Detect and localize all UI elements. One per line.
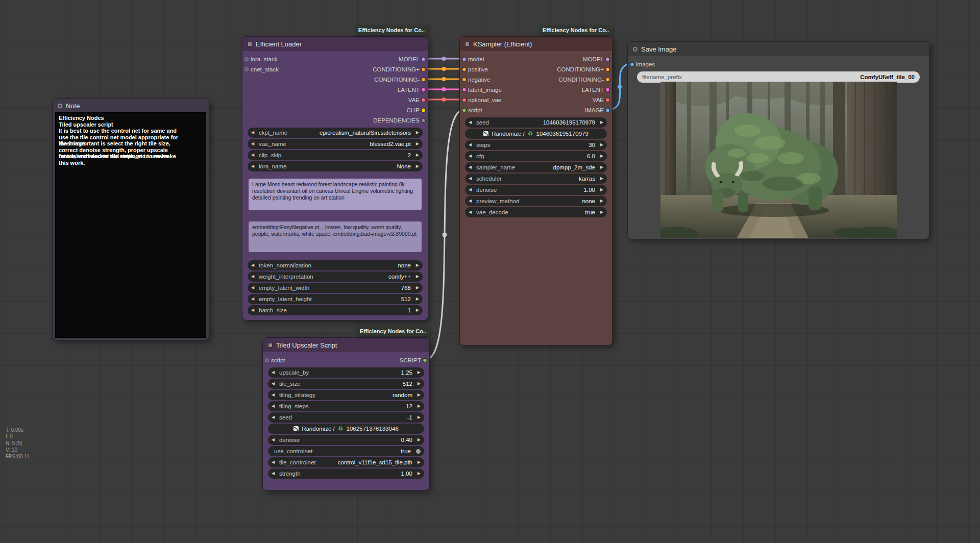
arrow-left-icon[interactable] (251, 161, 256, 171)
arrow-left-icon[interactable] (251, 260, 256, 270)
widget-upscale-by[interactable]: upscale_by 1.25 (268, 367, 424, 378)
output-dot-clip[interactable] (421, 108, 426, 113)
arrow-right-icon[interactable] (598, 185, 603, 195)
widget-lora-name[interactable]: lora_name None (248, 161, 423, 171)
arrow-right-icon[interactable] (598, 151, 603, 161)
widget-cfg[interactable]: cfg 6.0 (465, 151, 607, 161)
arrow-left-icon[interactable] (469, 185, 474, 195)
arrow-left-icon[interactable] (251, 128, 256, 138)
arrow-left-icon[interactable] (469, 162, 474, 172)
note-title-bar[interactable]: Note (53, 99, 209, 112)
comfyui-canvas[interactable]: Efficiency Nodes for Co.. Efficiency Nod… (0, 0, 980, 543)
output-dot-dependencies[interactable] (421, 118, 426, 123)
widget-tiling-strategy[interactable]: tiling_strategy random (268, 390, 424, 400)
output-dot-conditioning-minus[interactable] (421, 78, 426, 82)
node-title-bar[interactable]: Tiled Upscaler Script (263, 338, 429, 352)
arrow-right-icon[interactable] (598, 174, 603, 184)
widget-denoise[interactable]: denoise 1.00 (465, 185, 607, 195)
arrow-right-icon[interactable] (415, 401, 421, 411)
input-dot-positive[interactable] (462, 67, 467, 72)
arrow-right-icon[interactable] (415, 379, 421, 389)
positive-prompt-textarea[interactable]: Large Moss beast redwood forest landscap… (249, 179, 422, 210)
widget-ckpt-name[interactable]: ckpt_name epicrealism_naturalSin.safeten… (248, 128, 423, 138)
collapse-icon[interactable] (58, 104, 62, 108)
collapse-icon[interactable] (465, 42, 470, 46)
widget-filename-prefix[interactable]: filename_prefix ComfyUI\eff_tile_00 (637, 71, 920, 83)
input-dot-optional-vae[interactable] (462, 98, 467, 103)
randomize-button[interactable]: Randomize / 1046036195170979 (465, 129, 607, 139)
arrow-left-icon[interactable] (272, 435, 277, 445)
note-node[interactable]: Note Efficiency NodesTiled upscaler scri… (52, 98, 209, 340)
widget-clip-skip[interactable]: clip_skip -2 (248, 150, 423, 160)
output-dot-conditioning-plus[interactable] (605, 67, 610, 72)
input-dot-model[interactable] (462, 57, 467, 62)
arrow-left-icon[interactable] (251, 139, 256, 149)
arrow-right-icon[interactable] (414, 139, 419, 149)
arrow-left-icon[interactable] (469, 117, 474, 128)
arrow-left-icon[interactable] (272, 379, 277, 389)
arrow-right-icon[interactable] (415, 457, 421, 467)
efficient-loader-node[interactable]: Efficient Loader lora_stack MODEL cnet_s… (242, 36, 428, 320)
collapse-icon[interactable] (268, 343, 273, 348)
arrow-right-icon[interactable] (414, 128, 419, 138)
widget-tile-controlnet[interactable]: tile_controlnet control_v11f1e_sd15_tile… (268, 457, 424, 467)
widget-strength[interactable]: strength 1.00 (268, 468, 424, 479)
arrow-left-icon[interactable] (251, 294, 256, 304)
arrow-right-icon[interactable] (415, 390, 421, 400)
arrow-left-icon[interactable] (469, 174, 474, 184)
arrow-left-icon[interactable] (272, 401, 277, 411)
toggle-knob-icon[interactable] (416, 449, 421, 454)
arrow-left-icon[interactable] (272, 390, 277, 400)
input-dot-latent-image[interactable] (462, 88, 467, 92)
arrow-right-icon[interactable] (598, 162, 603, 172)
randomize-button[interactable]: Randomize / 1062571376133046 (268, 424, 424, 434)
arrow-right-icon[interactable] (598, 207, 603, 217)
arrow-right-icon[interactable] (415, 468, 421, 479)
output-dot-vae[interactable] (605, 98, 610, 103)
output-dot-conditioning-minus[interactable] (605, 78, 610, 82)
widget-vae-name[interactable]: vae_name blessed2.vae.pt (248, 139, 423, 149)
widget-batch-size[interactable]: batch_size 1 (248, 305, 423, 315)
output-dot-conditioning-plus[interactable] (421, 67, 426, 72)
arrow-right-icon[interactable] (598, 117, 603, 128)
widget-token-normalization[interactable]: token_normalization none (248, 260, 423, 270)
widget-seed[interactable]: seed 1046036195170979 (465, 117, 607, 128)
input-dot-script[interactable] (462, 108, 467, 113)
arrow-left-icon[interactable] (469, 140, 474, 150)
arrow-left-icon[interactable] (272, 412, 277, 423)
arrow-right-icon[interactable] (414, 150, 419, 160)
output-dot-image[interactable] (605, 108, 610, 113)
output-dot-vae[interactable] (421, 98, 426, 103)
arrow-left-icon[interactable] (469, 196, 474, 206)
arrow-left-icon[interactable] (251, 150, 256, 160)
node-title-bar[interactable]: Save Image (628, 42, 929, 56)
save-image-node[interactable]: Save Image images filename_prefix ComfyU… (627, 41, 929, 239)
input-dot-negative[interactable] (462, 78, 467, 82)
widget-seed[interactable]: seed -1 (268, 412, 424, 423)
arrow-right-icon[interactable] (414, 283, 419, 293)
widget-use-controlnet[interactable]: use_controlnet true (268, 446, 424, 456)
arrow-left-icon[interactable] (251, 305, 256, 315)
widget-tiling-steps[interactable]: tiling_steps 12 (268, 401, 424, 411)
widget-empty-latent-width[interactable]: empty_latent_width 768 (248, 283, 423, 293)
collapse-icon[interactable] (633, 47, 638, 52)
input-dot-images[interactable] (630, 62, 634, 67)
node-title-bar[interactable]: KSampler (Efficient) (460, 37, 612, 51)
arrow-right-icon[interactable] (414, 272, 419, 282)
arrow-left-icon[interactable] (272, 457, 277, 467)
widget-denoise[interactable]: denoise 0.40 (268, 435, 424, 445)
tiled-upscaler-node[interactable]: Tiled Upscaler Script script SCRIPT upsc… (262, 337, 430, 490)
ksampler-node[interactable]: KSampler (Efficient) model MODEL positiv… (459, 36, 612, 345)
arrow-right-icon[interactable] (415, 435, 421, 445)
arrow-left-icon[interactable] (251, 272, 256, 282)
widget-weight-interpretation[interactable]: weight_interpretation comfy++ (248, 272, 423, 282)
widget-tile-size[interactable]: tile_size 512 (268, 379, 424, 389)
widget-steps[interactable]: steps 30 (465, 140, 607, 150)
node-title-bar[interactable]: Efficient Loader (242, 37, 428, 51)
arrow-right-icon[interactable] (414, 161, 419, 171)
arrow-right-icon[interactable] (598, 196, 603, 206)
input-dot-lora-stack[interactable] (244, 57, 249, 61)
arrow-left-icon[interactable] (251, 283, 256, 293)
collapse-icon[interactable] (248, 42, 252, 46)
arrow-right-icon[interactable] (415, 412, 421, 423)
